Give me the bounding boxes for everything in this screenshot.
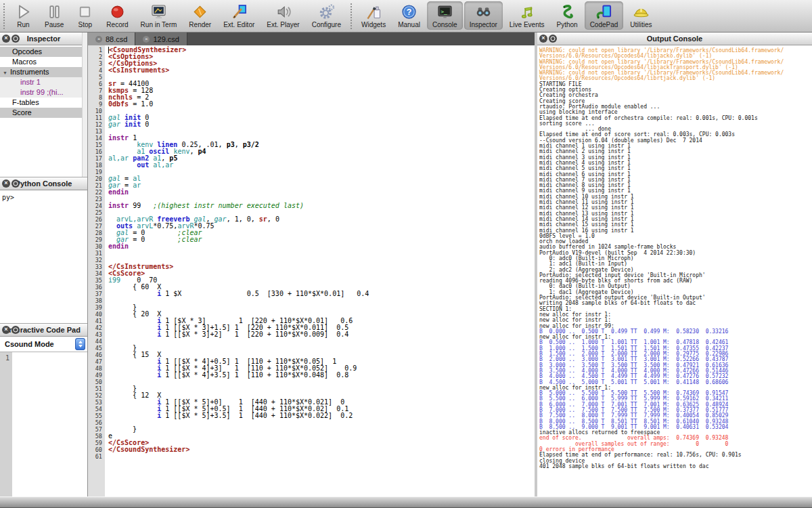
inspector-tree: OpcodesMacros▼Instrumentsinstr 1instr 99…: [0, 45, 87, 177]
code-line: 61: [88, 453, 535, 460]
float-panel-icon[interactable]: [12, 35, 20, 43]
status-bar: [0, 496, 812, 508]
stop-label: Stop: [78, 21, 93, 29]
close-icon[interactable]: [2, 326, 10, 334]
close-icon[interactable]: [2, 179, 10, 188]
inspector-tree-item[interactable]: ▼Instruments: [0, 67, 87, 77]
inspector-panel-title: Inspector: [27, 35, 61, 43]
inspector-tree-item[interactable]: F-tables: [0, 98, 87, 108]
code-line: 21gar = ar: [88, 182, 535, 189]
codepad-label: CodePad: [590, 21, 618, 29]
run-icon: [14, 3, 32, 21]
ext-editor-button[interactable]: Ext. Editor: [218, 1, 260, 30]
sidebar: Inspector OpcodesMacros▼Instrumentsinstr…: [0, 33, 87, 496]
paintbrush-icon: [365, 3, 383, 21]
python-button[interactable]: Python: [551, 1, 583, 30]
code-line: 44: [88, 338, 535, 345]
configure-label: Configure: [312, 21, 341, 29]
console-line: writing 2048 sample blks of 64-bit float…: [539, 301, 812, 306]
tab-88-csd[interactable]: 88.csd: [88, 33, 135, 45]
code-line: 90dbfs = 1.0: [88, 101, 535, 108]
toolbar: Run Pause Stop Record Run in Term Render…: [0, 0, 812, 33]
manual-label: Manual: [398, 21, 420, 29]
speaker-icon: [274, 3, 292, 21]
stop-button[interactable]: Stop: [70, 1, 99, 30]
toolbar-separator: [351, 3, 352, 29]
terminal-icon: >_: [436, 3, 454, 21]
question-mark-icon: ?: [400, 3, 418, 21]
pause-button[interactable]: Pause: [39, 1, 69, 30]
python-console-panel: Python Console py>: [0, 177, 87, 324]
editor: 88.csd 129.csd 1<CsoundSynthesizer>2<CsO…: [87, 33, 535, 496]
render-button[interactable]: Render: [183, 1, 217, 30]
inspector-tree-item[interactable]: instr 99 ;(hi...: [0, 87, 87, 98]
main-area: Inspector OpcodesMacros▼Instrumentsinstr…: [0, 33, 812, 496]
python-console-header: Python Console: [0, 177, 87, 190]
live-events-button[interactable]: Live Events: [504, 1, 550, 30]
float-panel-icon[interactable]: [12, 326, 20, 334]
inspector-tree-item[interactable]: Score: [0, 108, 87, 118]
python-prompt: py>: [2, 194, 14, 201]
code-line: 1<CsoundSynthesizer>: [88, 47, 535, 54]
inspector-button[interactable]: Inspector: [464, 1, 503, 30]
manual-button[interactable]: ? Manual: [392, 1, 426, 30]
ext-player-label: Ext. Player: [267, 21, 299, 29]
inspector-panel-header: Inspector: [0, 33, 87, 45]
run-button[interactable]: Run: [9, 1, 38, 30]
inspector-tree-item[interactable]: Opcodes: [0, 47, 87, 57]
float-panel-icon[interactable]: [549, 35, 557, 43]
python-console-title: Python Console: [16, 179, 72, 188]
float-panel-icon[interactable]: [12, 179, 20, 188]
code-line: 7ksmps = 128: [88, 87, 535, 94]
snake-icon: [558, 3, 577, 21]
code-line: 31: [88, 250, 535, 257]
music-note-icon: [518, 3, 536, 21]
code-line: 55 i 1 [[$X * 5]+3.5] 1 [440 + 110*$X*0.…: [88, 412, 535, 419]
code-line: 37 i 1 $X 0.5 [330 + 110*$X*0.01] 0.4: [88, 291, 535, 297]
code-line: 38: [88, 297, 535, 304]
ext-player-button[interactable]: Ext. Player: [261, 1, 304, 30]
tab-129-csd[interactable]: 129.csd: [135, 33, 187, 45]
svg-text:?: ?: [407, 7, 412, 17]
close-tab-icon[interactable]: [143, 36, 150, 43]
code-line: 6sr = 44100: [88, 81, 535, 87]
inspector-tree-item[interactable]: Macros: [0, 57, 87, 67]
code-pad-editor[interactable]: 1: [0, 352, 87, 496]
tab-label: 88.csd: [106, 35, 127, 43]
code-line: 24instr 99 ;(highest instr number execut…: [88, 203, 535, 209]
run-in-term-button[interactable]: Run in Term: [135, 1, 183, 30]
close-icon[interactable]: [539, 35, 547, 43]
live-events-label: Live Events: [510, 21, 545, 29]
widgets-button[interactable]: Widgets: [356, 1, 391, 30]
utilities-button[interactable]: Utilities: [625, 1, 657, 30]
code-line: 10: [88, 108, 535, 114]
gear-icon: [317, 3, 336, 21]
close-icon[interactable]: [2, 35, 10, 43]
code-line: 5: [88, 74, 535, 81]
codepad-button[interactable]: CodePad: [585, 1, 624, 30]
stop-icon: [76, 3, 94, 21]
code-line: 19: [88, 169, 535, 175]
ext-editor-label: Ext. Editor: [223, 21, 254, 29]
expander-triangle-icon[interactable]: ▼: [3, 68, 10, 77]
console-button[interactable]: >_ Console: [427, 1, 463, 30]
output-console-text[interactable]: WARNING: could not open library '/Librar…: [537, 45, 812, 496]
code-line: 50: [88, 379, 535, 385]
code-line: 57 }: [88, 426, 535, 433]
utilities-label: Utilities: [630, 21, 652, 29]
record-label: Record: [106, 21, 128, 29]
close-tab-icon[interactable]: [95, 36, 102, 43]
inspector-tree-item[interactable]: instr 1: [0, 77, 87, 87]
code-line: 58e: [88, 433, 535, 440]
pause-label: Pause: [45, 21, 64, 29]
output-console-header: Output Console: [537, 33, 812, 45]
python-label: Python: [557, 21, 578, 29]
code-editor-area[interactable]: 1<CsoundSynthesizer>2<CsOptions>3</CsOpt…: [88, 45, 535, 496]
scrollbar[interactable]: [82, 33, 87, 177]
code-pad-mode-label: Csound Mode: [5, 340, 54, 348]
code-line: 49 i 1 [[$X * 4]+3.5] 1 [110 + 110*$X*0.…: [88, 372, 535, 379]
code-pad-mode-select[interactable]: Csound Mode: [0, 337, 87, 352]
configure-button[interactable]: Configure: [307, 1, 346, 30]
record-button[interactable]: Record: [101, 1, 133, 30]
python-console-input[interactable]: py>: [0, 190, 87, 323]
